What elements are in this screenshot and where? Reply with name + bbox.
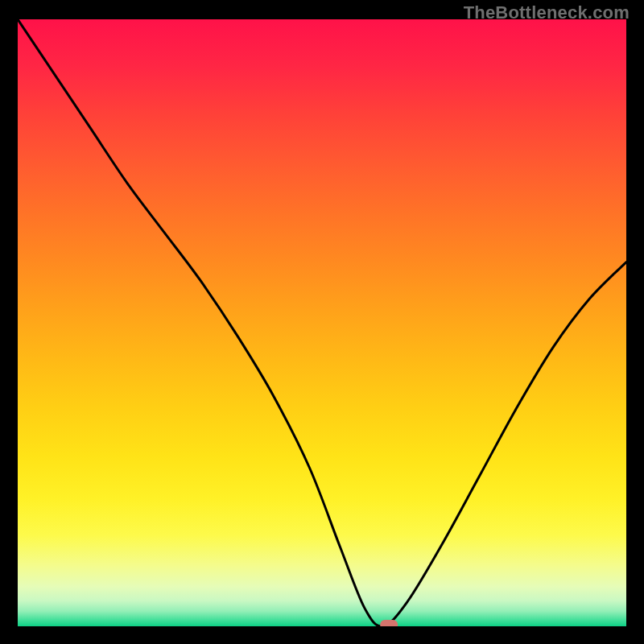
plot-svg [18, 19, 626, 626]
watermark-text: TheBottleneck.com [464, 2, 630, 23]
chart-frame: TheBottleneck.com [0, 0, 644, 644]
optimal-marker [380, 620, 398, 626]
gradient-background [18, 19, 626, 626]
plot-area [18, 19, 626, 626]
